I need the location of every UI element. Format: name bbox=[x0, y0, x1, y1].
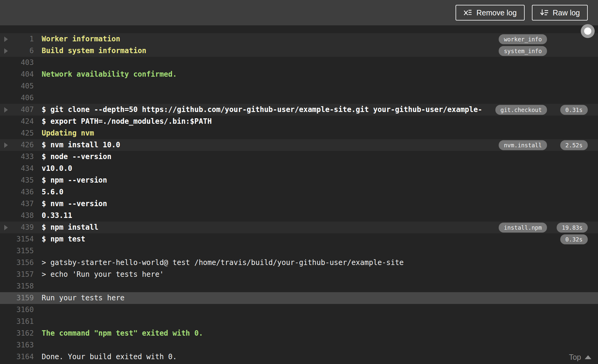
log-row: 3155 bbox=[0, 245, 598, 257]
line-number-link[interactable]: 3163 bbox=[14, 339, 34, 351]
line-number-link[interactable]: 405 bbox=[14, 80, 34, 92]
line-number-link[interactable]: 3161 bbox=[14, 316, 34, 327]
caret-up-icon bbox=[585, 355, 591, 359]
log-row: 3157 > echo 'Run your tests here' bbox=[0, 269, 598, 280]
fold-toggle-icon[interactable] bbox=[4, 142, 8, 148]
fold-name-badge: nvm.install bbox=[499, 140, 547, 150]
line-number-link[interactable]: 3155 bbox=[14, 245, 34, 257]
log-row: 434 v10.0.0 bbox=[0, 163, 598, 174]
log-row: 3156 > gatsby-starter-hello-world@ test … bbox=[0, 257, 598, 269]
line-number-link[interactable]: 3160 bbox=[14, 304, 34, 316]
line-number-link[interactable]: 3164 bbox=[14, 351, 34, 363]
fold-toggle-icon[interactable] bbox=[4, 37, 8, 42]
fold-toggle-icon[interactable] bbox=[4, 107, 8, 113]
log-line-text: $ nvm install 10.0 bbox=[42, 139, 495, 151]
raw-log-label: Raw log bbox=[553, 9, 580, 17]
log-row: 403 bbox=[0, 57, 598, 69]
fold-name-badge: install.npm bbox=[499, 222, 547, 232]
log-row: 404 Network availability confirmed. bbox=[0, 69, 598, 80]
duration-badge: 0.31s bbox=[560, 105, 588, 115]
duration-badge: 19.83s bbox=[557, 222, 588, 232]
line-number-link[interactable]: 3162 bbox=[14, 327, 34, 339]
log-row: 436 5.6.0 bbox=[0, 186, 598, 198]
log-line-text: $ node --version bbox=[42, 151, 495, 163]
log-row: 3159 Run your tests here bbox=[0, 292, 598, 304]
line-number-link[interactable]: 433 bbox=[14, 151, 34, 163]
log-line-text: $ export PATH=./node_modules/.bin:$PATH bbox=[42, 116, 495, 127]
back-to-top-label: Top bbox=[569, 353, 581, 362]
fold-gutter bbox=[0, 37, 14, 42]
log-line-text: Worker information bbox=[42, 33, 495, 45]
log-row: 407 $ git clone --depth=50 https://githu… bbox=[0, 104, 598, 116]
line-number-link[interactable]: 425 bbox=[14, 127, 34, 139]
log-row: 3154 $ npm test 0.32s bbox=[0, 233, 598, 245]
raw-log-icon bbox=[540, 8, 548, 17]
line-number-link[interactable]: 406 bbox=[14, 92, 34, 104]
fold-name-badge: system_info bbox=[499, 46, 547, 56]
log-row: 3160 bbox=[0, 304, 598, 316]
fold-gutter bbox=[0, 48, 14, 54]
line-number-link[interactable]: 436 bbox=[14, 186, 34, 198]
log-row: 3163 bbox=[0, 339, 598, 351]
line-number-link[interactable]: 437 bbox=[14, 198, 34, 210]
line-number-link[interactable]: 407 bbox=[14, 104, 34, 116]
log-row: 424 $ export PATH=./node_modules/.bin:$P… bbox=[0, 116, 598, 127]
log-row: 437 $ nvm --version bbox=[0, 198, 598, 210]
log-line-text: $ git clone --depth=50 https://github.co… bbox=[42, 104, 495, 116]
remove-log-button[interactable]: Remove log bbox=[456, 5, 524, 21]
log-line-text: 5.6.0 bbox=[42, 186, 495, 198]
log-row: 3164 Done. Your build exited with 0. bbox=[0, 351, 598, 363]
log-line-text: Build system information bbox=[42, 45, 495, 57]
line-number-link[interactable]: 435 bbox=[14, 174, 34, 186]
log-row: 426 $ nvm install 10.0 nvm.install 2.52s bbox=[0, 139, 598, 151]
remove-log-label: Remove log bbox=[476, 9, 516, 17]
fold-toggle-icon[interactable] bbox=[4, 48, 8, 54]
fold-gutter bbox=[0, 225, 14, 230]
line-number-link[interactable]: 439 bbox=[14, 222, 34, 233]
line-number-link[interactable]: 426 bbox=[14, 139, 34, 151]
line-number-link[interactable]: 1 bbox=[14, 33, 34, 45]
line-number-link[interactable]: 6 bbox=[14, 45, 34, 57]
scrollbar-thumb[interactable] bbox=[581, 24, 595, 38]
log-toolbar: Remove log Raw log bbox=[0, 0, 598, 25]
log-row: 6 Build system information system_info bbox=[0, 45, 598, 57]
line-number-link[interactable]: 3154 bbox=[14, 233, 34, 245]
log-line-text: $ nvm --version bbox=[42, 198, 495, 210]
remove-log-icon bbox=[463, 8, 472, 17]
log-row: 438 0.33.11 bbox=[0, 210, 598, 222]
duration-badge: 0.32s bbox=[560, 234, 588, 244]
line-number-link[interactable]: 403 bbox=[14, 57, 34, 69]
line-number-link[interactable]: 434 bbox=[14, 163, 34, 174]
line-number-link[interactable]: 3158 bbox=[14, 280, 34, 292]
log-row: 433 $ node --version bbox=[0, 151, 598, 163]
log-lines-container: 1 Worker information worker_info 6 Build… bbox=[0, 25, 598, 363]
line-number-link[interactable]: 404 bbox=[14, 69, 34, 80]
log-row: 3161 bbox=[0, 316, 598, 327]
log-line-text: Network availability confirmed. bbox=[42, 69, 495, 80]
line-number-link[interactable]: 438 bbox=[14, 210, 34, 222]
line-number-link[interactable]: 3159 bbox=[14, 292, 34, 304]
raw-log-button[interactable]: Raw log bbox=[532, 5, 588, 21]
log-line-text: $ npm install bbox=[42, 222, 495, 233]
build-log-screen: Remove log Raw log 1 Worker information … bbox=[0, 0, 598, 364]
log-line-text: $ npm --version bbox=[42, 174, 495, 186]
log-line-text: 0.33.11 bbox=[42, 210, 495, 222]
log-row: 435 $ npm --version bbox=[0, 174, 598, 186]
log-line-text: $ npm test bbox=[42, 233, 495, 245]
fold-gutter bbox=[0, 107, 14, 113]
fold-gutter bbox=[0, 142, 14, 148]
log-row: 406 bbox=[0, 92, 598, 104]
log-row: 405 bbox=[0, 80, 598, 92]
line-number-link[interactable]: 424 bbox=[14, 116, 34, 127]
log-line-text: Run your tests here bbox=[42, 292, 495, 304]
log-line-text: Updating nvm bbox=[42, 127, 495, 139]
line-number-link[interactable]: 3156 bbox=[14, 257, 34, 269]
log-row: 439 $ npm install install.npm 19.83s bbox=[0, 222, 598, 233]
fold-name-badge: git.checkout bbox=[495, 105, 547, 115]
duration-badge: 2.52s bbox=[560, 140, 588, 150]
back-to-top-link[interactable]: Top bbox=[569, 353, 591, 362]
log-row: 1 Worker information worker_info bbox=[0, 33, 598, 45]
line-number-link[interactable]: 3157 bbox=[14, 269, 34, 280]
log-line-text: Done. Your build exited with 0. bbox=[42, 351, 495, 363]
fold-toggle-icon[interactable] bbox=[4, 225, 8, 230]
